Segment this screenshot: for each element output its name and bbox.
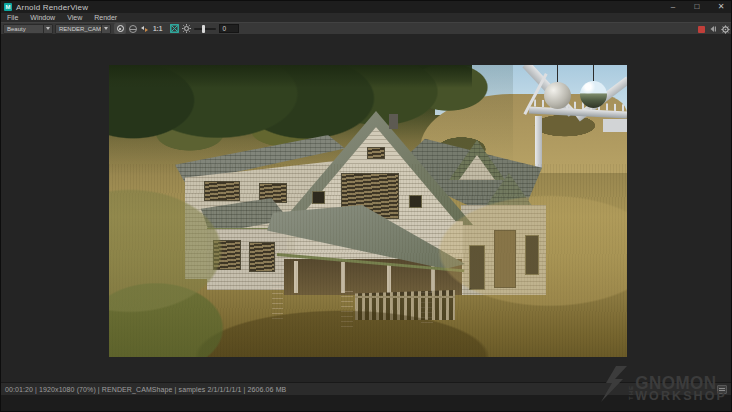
sphere-wire: [557, 65, 558, 83]
aov-dropdown-value: Beauty: [4, 26, 43, 32]
ab-compare-button[interactable]: [140, 23, 149, 34]
region-render-button[interactable]: [170, 23, 179, 34]
pause-icon: [129, 25, 137, 33]
exposure-button[interactable]: [182, 23, 191, 34]
porch-left-wall: [207, 228, 287, 290]
house-center-gable-wall: [295, 127, 457, 223]
exposure-slider-handle[interactable]: [202, 25, 205, 33]
background-hill: [420, 94, 627, 173]
debug-shading-icon[interactable]: [709, 25, 717, 33]
window-opening: [409, 195, 422, 208]
gnomon-bolt-icon: [601, 366, 627, 402]
menu-bar: File Window View Render: [1, 13, 732, 22]
grass-overlay: [109, 164, 627, 357]
window-controls: – □ ✕: [661, 1, 732, 13]
settings-gear-icon[interactable]: [721, 25, 730, 34]
fence-rail: [355, 296, 455, 298]
treetop-strip: [109, 65, 472, 88]
bridge-deck: [529, 106, 627, 118]
menu-file[interactable]: File: [1, 13, 24, 22]
render-stats: 00:01:20 | 1920x1080 (70%) | RENDER_CAMS…: [1, 386, 286, 393]
boarded-loft-door: [341, 173, 399, 219]
render-image[interactable]: [109, 65, 627, 357]
arnold-renderview-window: M Arnold RenderView – □ ✕ File Window Vi…: [0, 0, 732, 412]
chevron-down-icon: [101, 25, 110, 33]
exposure-value-field[interactable]: 0: [219, 24, 239, 33]
porch-post: [341, 262, 345, 293]
boarded-window: [213, 240, 241, 270]
door-opening: [494, 230, 516, 288]
door-opening: [469, 245, 485, 290]
camera-dropdown[interactable]: RENDER_CAMShape: [55, 24, 111, 34]
aov-dropdown[interactable]: Beauty: [3, 24, 53, 34]
close-button[interactable]: ✕: [709, 1, 732, 13]
attic-window: [367, 147, 385, 159]
watermark-the: THE: [628, 385, 634, 400]
background-trees: [109, 65, 513, 176]
picket-fence: [355, 290, 455, 320]
watermark-workshop: WORKSHOP: [635, 391, 727, 402]
house-right-roof: [392, 131, 542, 228]
sky: [435, 65, 627, 115]
porch-roof-main: [267, 205, 465, 269]
window-opening: [312, 191, 325, 204]
brick-pier: [272, 283, 283, 323]
house-right-gable-wall: [459, 155, 495, 180]
bridge-railing: [534, 100, 626, 112]
toolbar: Beauty RENDER_CAMShape 1:1: [1, 22, 732, 34]
house-right-gable-2: [483, 173, 535, 210]
chimney: [389, 114, 398, 129]
house-right-gable: [449, 140, 505, 180]
boarded-window: [249, 242, 275, 272]
ab-compare-icon: [140, 25, 149, 33]
region-icon: [170, 24, 179, 33]
chevron-down-icon: [43, 25, 52, 33]
render-button[interactable]: [114, 23, 126, 34]
bridge-brace: [523, 73, 547, 115]
house-center-wall: [295, 221, 463, 295]
menu-window[interactable]: Window: [24, 13, 61, 22]
porch-post: [294, 261, 298, 293]
house-left-wall: [185, 161, 335, 279]
window-opening: [525, 235, 539, 275]
maya-icon: M: [4, 3, 12, 11]
gnomon-watermark: THE GNOMON WORKSHOP: [601, 366, 727, 402]
porch-post: [387, 263, 391, 293]
pause-button[interactable]: [129, 23, 137, 34]
minimize-button[interactable]: –: [661, 1, 685, 13]
matte-shader-ball: [544, 82, 571, 109]
camera-dropdown-value: RENDER_CAMShape: [56, 26, 101, 32]
porch-roof-left: [201, 198, 289, 234]
render-icon: [117, 25, 124, 32]
porch-post: [431, 264, 435, 293]
brick-pier: [421, 292, 433, 326]
bridge-beam: [522, 65, 575, 117]
title-bar: M Arnold RenderView – □ ✕: [1, 1, 732, 13]
brick-pier: [341, 291, 353, 328]
sphere-wire: [593, 65, 594, 82]
bridge-pillar: [535, 116, 542, 168]
maximize-button[interactable]: □: [685, 1, 709, 13]
house-left-roof: [175, 135, 345, 183]
house-center-gable-roof: [279, 111, 473, 225]
window-title: Arnold RenderView: [16, 3, 88, 12]
vignette: [109, 65, 627, 357]
boarded-window: [259, 183, 287, 203]
bridge-structure: [603, 119, 627, 132]
boarded-window: [204, 181, 240, 201]
porch-shadow: [284, 259, 462, 295]
abort-render-button[interactable]: [698, 26, 705, 33]
chrome-shader-ball: [580, 81, 607, 108]
menu-view[interactable]: View: [61, 13, 88, 22]
bridge-beam: [575, 76, 627, 121]
porch-fascia: [277, 253, 465, 272]
menu-render[interactable]: Render: [88, 13, 123, 22]
render-viewport[interactable]: [1, 34, 732, 382]
zoom-1to1-button[interactable]: 1:1: [153, 25, 162, 32]
exposure-icon: [182, 24, 191, 33]
house-right-wall: [461, 205, 546, 295]
exposure-slider[interactable]: [194, 28, 216, 30]
